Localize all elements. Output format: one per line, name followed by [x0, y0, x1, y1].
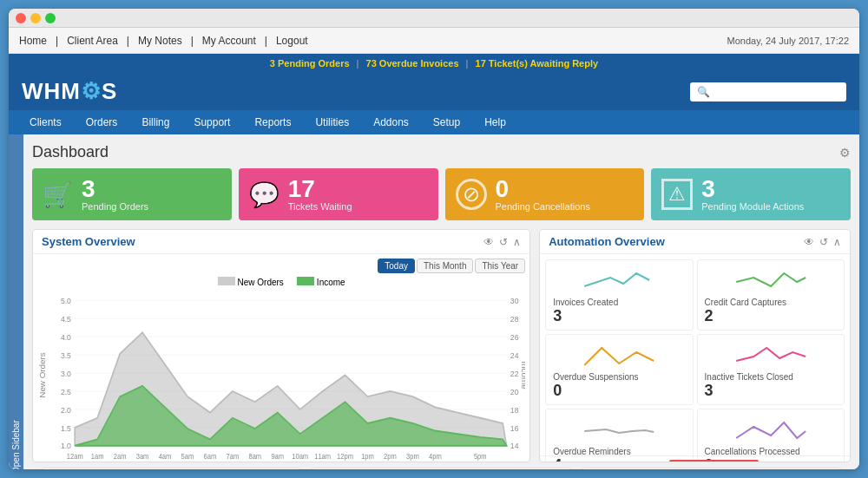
- tickets-card[interactable]: 💬 17 Tickets Waiting: [239, 168, 438, 220]
- collapse-icon[interactable]: ∧: [833, 236, 841, 248]
- svg-text:14: 14: [510, 442, 519, 451]
- cancellations-card[interactable]: ⊘ 0 Pending Cancellations: [445, 168, 645, 220]
- pending-orders-alert[interactable]: 3 Pending Orders: [270, 58, 350, 69]
- todo-panel: To Do List + ↺ ∧: [311, 468, 572, 469]
- logo-s: S: [102, 78, 117, 104]
- collapse-icon[interactable]: ∧: [513, 236, 521, 248]
- invoices-chart: [553, 265, 685, 295]
- tab-this-year[interactable]: This Year: [475, 259, 525, 273]
- bottom-row: Billing 👁 ↺ ∧ To Do List + ↺ ∧ Support 👁…: [32, 462, 851, 469]
- cc-value: 2: [705, 307, 713, 325]
- nav-logout[interactable]: Logout: [276, 35, 308, 47]
- suspensions-chart: [553, 339, 685, 370]
- chart-tabs: Today This Month This Year: [37, 259, 525, 273]
- pending-orders-card[interactable]: 🛒 3 Pending Orders: [32, 168, 232, 220]
- cancel-icon: ⊘: [456, 179, 487, 210]
- nav-help[interactable]: Help: [472, 110, 518, 134]
- svg-text:2pm: 2pm: [384, 452, 397, 461]
- svg-text:New Orders: New Orders: [38, 352, 46, 398]
- svg-text:1pm: 1pm: [361, 452, 374, 461]
- system-overview-header: System Overview 👁 ↺ ∧: [33, 230, 529, 254]
- svg-text:5.0: 5.0: [61, 297, 71, 306]
- cart-icon: 🛒: [43, 180, 73, 209]
- svg-text:7am: 7am: [226, 452, 239, 461]
- tickets-alert[interactable]: 17 Ticket(s) Awaiting Reply: [476, 58, 599, 69]
- cancellations-label: Pending Cancellations: [496, 201, 590, 212]
- nav-clients[interactable]: Clients: [17, 110, 74, 134]
- automation-overview-panel: Automation Overview 👁 ↺ ∧: [539, 229, 851, 462]
- svg-text:16: 16: [510, 423, 519, 433]
- header: 3 Pending Orders | 73 Overdue Invoices |…: [9, 54, 859, 134]
- dashboard-settings-icon[interactable]: ⚙: [839, 146, 851, 160]
- tab-today[interactable]: Today: [378, 259, 415, 273]
- inactive-tickets-chart: [705, 339, 837, 370]
- header-main: WHM⚙S: [9, 73, 859, 110]
- main-content: Dashboard ⚙ 🛒 3 Pending Orders 💬 17 Tick: [23, 134, 859, 469]
- nav-home[interactable]: Home: [19, 35, 47, 47]
- maximize-button[interactable]: [45, 13, 56, 23]
- refresh-icon[interactable]: ↺: [819, 236, 828, 248]
- overdue-invoices-alert[interactable]: 73 Overdue Invoices: [366, 58, 459, 69]
- cancellations-processed-card: Cancellations Processed 0: [697, 409, 845, 462]
- nav-orders[interactable]: Orders: [74, 110, 130, 134]
- window-controls[interactable]: [16, 13, 56, 23]
- nav-utilities[interactable]: Utilities: [303, 110, 361, 134]
- page-title: Dashboard: [32, 143, 108, 161]
- automation-footer: ⟳ Last Automation Run: Never NEEDS ATTEN…: [540, 455, 850, 462]
- last-automation-text: ⟳ Last Automation Run: Never: [547, 461, 665, 462]
- close-button[interactable]: [16, 13, 26, 23]
- automation-overview-header: Automation Overview 👁 ↺ ∧: [540, 230, 850, 254]
- dashboard-columns: System Overview 👁 ↺ ∧ Today This Month: [32, 229, 851, 462]
- automation-icons: 👁 ↺ ∧: [804, 236, 841, 248]
- title-bar: [9, 9, 859, 28]
- refresh-icon[interactable]: ↺: [499, 236, 508, 248]
- system-overview-panel: System Overview 👁 ↺ ∧ Today This Month: [32, 229, 530, 462]
- svg-text:4.5: 4.5: [61, 314, 71, 324]
- nav-reports[interactable]: Reports: [242, 110, 303, 134]
- svg-text:1.0: 1.0: [61, 442, 71, 451]
- suspensions-label: Overdue Suspensions: [553, 372, 638, 382]
- eye-icon[interactable]: 👁: [804, 236, 814, 248]
- svg-text:3.5: 3.5: [61, 350, 71, 360]
- svg-text:11am: 11am: [314, 452, 331, 461]
- browser-nav[interactable]: Home | Client Area | My Notes | My Accou…: [19, 35, 308, 47]
- tickets-label: Tickets Waiting: [288, 201, 352, 212]
- nav-client-area[interactable]: Client Area: [67, 35, 118, 47]
- svg-text:Income: Income: [520, 361, 525, 389]
- svg-text:9am: 9am: [271, 452, 284, 461]
- browser-bar: Home | Client Area | My Notes | My Accou…: [9, 28, 859, 54]
- cc-captures-card: Credit Card Captures 2: [697, 259, 845, 331]
- automation-overview-card: Automation Overview 👁 ↺ ∧: [539, 229, 851, 462]
- logo-text: WHM: [22, 78, 81, 104]
- svg-text:22: 22: [510, 369, 519, 378]
- cancellations-number: 0: [496, 177, 590, 201]
- svg-text:4.0: 4.0: [61, 332, 71, 342]
- logo: WHM⚙S: [22, 78, 117, 105]
- nav-my-notes[interactable]: My Notes: [138, 35, 182, 47]
- eye-icon[interactable]: 👁: [483, 236, 494, 248]
- open-sidebar-tab[interactable]: Open Sidebar: [9, 134, 23, 469]
- minimize-button[interactable]: [30, 13, 41, 23]
- system-overview-chart-area: Today This Month This Year New Orders In…: [33, 254, 529, 455]
- svg-text:6am: 6am: [204, 452, 217, 461]
- svg-text:5pm: 5pm: [474, 452, 487, 461]
- legend-new-orders: New Orders: [218, 277, 284, 287]
- svg-text:5am: 5am: [181, 452, 194, 461]
- overdue-reminders-card: Overdue Reminders 4: [545, 409, 693, 462]
- overdue-suspensions-card: Overdue Suspensions 0: [545, 334, 693, 405]
- svg-text:10am: 10am: [292, 452, 308, 461]
- svg-text:26: 26: [510, 332, 519, 342]
- svg-text:2.5: 2.5: [61, 387, 71, 396]
- svg-text:24: 24: [510, 350, 519, 360]
- inactive-tickets-value: 3: [705, 382, 713, 400]
- module-actions-card[interactable]: ⚠ 3 Pending Module Actions: [651, 168, 851, 220]
- nav-billing[interactable]: Billing: [129, 110, 181, 134]
- nav-support[interactable]: Support: [181, 110, 242, 134]
- tab-this-month[interactable]: This Month: [417, 259, 473, 273]
- inactive-tickets-card: Inactive Tickets Closed 3: [697, 334, 845, 405]
- nav-addons[interactable]: Addons: [361, 110, 421, 134]
- search-input[interactable]: [690, 82, 846, 101]
- billing-panel: Billing 👁 ↺ ∧: [41, 468, 302, 469]
- nav-my-account[interactable]: My Account: [202, 35, 256, 47]
- nav-setup[interactable]: Setup: [421, 110, 472, 134]
